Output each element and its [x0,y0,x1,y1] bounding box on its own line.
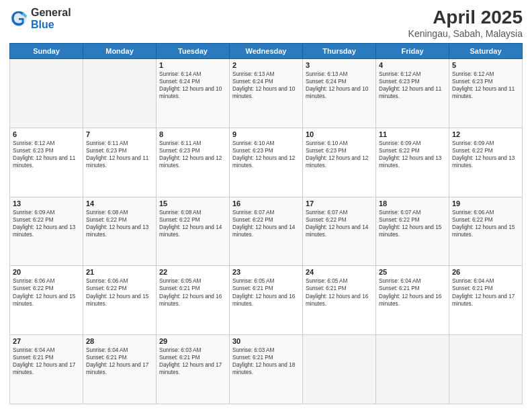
day-info: Sunrise: 6:04 AMSunset: 6:21 PMDaylight:… [13,347,80,376]
day-info: Sunrise: 6:11 AMSunset: 6:23 PMDaylight:… [86,140,153,169]
calendar: SundayMondayTuesdayWednesdayThursdayFrid… [9,43,523,404]
day-info: Sunrise: 6:12 AMSunset: 6:23 PMDaylight:… [13,140,80,169]
calendar-cell: 22Sunrise: 6:05 AMSunset: 6:21 PMDayligh… [157,266,230,335]
calendar-cell: 10Sunrise: 6:10 AMSunset: 6:23 PMDayligh… [303,128,376,197]
day-number: 27 [13,337,80,345]
day-number: 15 [159,199,226,208]
calendar-cell: 14Sunrise: 6:08 AMSunset: 6:22 PMDayligh… [83,197,157,266]
calendar-cell: 24Sunrise: 6:05 AMSunset: 6:21 PMDayligh… [303,266,376,335]
calendar-cell [83,59,157,128]
day-info: Sunrise: 6:08 AMSunset: 6:22 PMDaylight:… [86,209,153,238]
day-of-week-tuesday: Tuesday [157,44,230,59]
calendar-cell: 9Sunrise: 6:10 AMSunset: 6:23 PMDaylight… [230,128,303,197]
day-number: 12 [452,130,519,138]
calendar-cell: 20Sunrise: 6:06 AMSunset: 6:22 PMDayligh… [10,266,83,335]
day-number: 22 [159,268,226,276]
day-number: 19 [452,199,519,208]
page: General Blue April 2025 Keningau, Sabah,… [0,0,532,411]
day-info: Sunrise: 6:06 AMSunset: 6:22 PMDaylight:… [13,277,80,307]
calendar-cell: 18Sunrise: 6:07 AMSunset: 6:22 PMDayligh… [376,197,449,266]
week-row-4: 20Sunrise: 6:06 AMSunset: 6:22 PMDayligh… [10,266,523,335]
day-info: Sunrise: 6:12 AMSunset: 6:23 PMDaylight:… [379,71,446,100]
calendar-cell: 16Sunrise: 6:07 AMSunset: 6:22 PMDayligh… [230,197,303,266]
day-info: Sunrise: 6:07 AMSunset: 6:22 PMDaylight:… [306,209,373,238]
day-number: 16 [232,199,300,208]
day-info: Sunrise: 6:13 AMSunset: 6:24 PMDaylight:… [306,71,373,100]
day-number: 4 [379,61,446,69]
day-number: 24 [306,268,373,276]
day-number: 20 [13,268,80,276]
day-info: Sunrise: 6:08 AMSunset: 6:22 PMDaylight:… [159,209,226,238]
day-info: Sunrise: 6:10 AMSunset: 6:23 PMDaylight:… [232,140,300,169]
calendar-cell: 2Sunrise: 6:13 AMSunset: 6:24 PMDaylight… [230,59,303,128]
main-title: April 2025 [408,7,523,28]
day-number: 25 [379,268,446,276]
week-row-3: 13Sunrise: 6:09 AMSunset: 6:22 PMDayligh… [10,197,523,266]
logo-text: General Blue [31,7,71,30]
day-info: Sunrise: 6:07 AMSunset: 6:22 PMDaylight:… [232,209,300,238]
calendar-cell [376,335,449,404]
day-info: Sunrise: 6:14 AMSunset: 6:24 PMDaylight:… [159,71,226,100]
calendar-cell: 29Sunrise: 6:03 AMSunset: 6:21 PMDayligh… [157,335,230,404]
logo-blue-text: Blue [31,19,71,31]
day-info: Sunrise: 6:09 AMSunset: 6:22 PMDaylight:… [13,209,80,238]
logo-general-text: General [31,7,71,19]
day-info: Sunrise: 6:07 AMSunset: 6:22 PMDaylight:… [379,209,446,238]
calendar-cell: 4Sunrise: 6:12 AMSunset: 6:23 PMDaylight… [376,59,449,128]
day-number: 13 [13,199,80,208]
calendar-cell: 17Sunrise: 6:07 AMSunset: 6:22 PMDayligh… [303,197,376,266]
day-info: Sunrise: 6:04 AMSunset: 6:21 PMDaylight:… [379,277,446,307]
calendar-cell: 26Sunrise: 6:04 AMSunset: 6:21 PMDayligh… [449,266,523,335]
day-number: 29 [159,337,226,345]
day-number: 28 [86,337,153,345]
title-block: April 2025 Keningau, Sabah, Malaysia [408,7,523,39]
logo-icon [9,9,28,28]
day-info: Sunrise: 6:09 AMSunset: 6:22 PMDaylight:… [379,140,446,169]
day-of-week-saturday: Saturday [449,44,523,59]
calendar-cell: 12Sunrise: 6:09 AMSunset: 6:22 PMDayligh… [449,128,523,197]
calendar-cell: 28Sunrise: 6:04 AMSunset: 6:21 PMDayligh… [83,335,157,404]
day-number: 21 [86,268,153,276]
calendar-cell: 19Sunrise: 6:06 AMSunset: 6:22 PMDayligh… [449,197,523,266]
day-info: Sunrise: 6:04 AMSunset: 6:21 PMDaylight:… [452,277,519,307]
day-number: 3 [306,61,373,69]
calendar-cell: 30Sunrise: 6:03 AMSunset: 6:21 PMDayligh… [230,335,303,404]
week-row-1: 1Sunrise: 6:14 AMSunset: 6:24 PMDaylight… [10,59,523,128]
week-row-5: 27Sunrise: 6:04 AMSunset: 6:21 PMDayligh… [10,335,523,404]
calendar-cell: 13Sunrise: 6:09 AMSunset: 6:22 PMDayligh… [10,197,83,266]
calendar-cell: 3Sunrise: 6:13 AMSunset: 6:24 PMDaylight… [303,59,376,128]
day-info: Sunrise: 6:13 AMSunset: 6:24 PMDaylight:… [232,71,300,100]
day-info: Sunrise: 6:11 AMSunset: 6:23 PMDaylight:… [159,140,226,169]
calendar-cell: 27Sunrise: 6:04 AMSunset: 6:21 PMDayligh… [10,335,83,404]
calendar-cell: 8Sunrise: 6:11 AMSunset: 6:23 PMDaylight… [157,128,230,197]
day-info: Sunrise: 6:12 AMSunset: 6:23 PMDaylight:… [452,71,519,100]
calendar-header: SundayMondayTuesdayWednesdayThursdayFrid… [10,44,523,59]
day-of-week-sunday: Sunday [10,44,83,59]
day-number: 17 [306,199,373,208]
calendar-cell: 6Sunrise: 6:12 AMSunset: 6:23 PMDaylight… [10,128,83,197]
day-info: Sunrise: 6:05 AMSunset: 6:21 PMDaylight:… [306,277,373,307]
calendar-cell [303,335,376,404]
day-info: Sunrise: 6:09 AMSunset: 6:22 PMDaylight:… [452,140,519,169]
day-of-week-friday: Friday [376,44,449,59]
day-number: 2 [232,61,300,69]
day-info: Sunrise: 6:10 AMSunset: 6:23 PMDaylight:… [306,140,373,169]
day-number: 30 [232,337,300,345]
header: General Blue April 2025 Keningau, Sabah,… [9,7,523,39]
subtitle: Keningau, Sabah, Malaysia [408,28,523,39]
day-number: 7 [86,130,153,138]
day-number: 14 [86,199,153,208]
day-info: Sunrise: 6:05 AMSunset: 6:21 PMDaylight:… [232,277,300,307]
calendar-cell: 21Sunrise: 6:06 AMSunset: 6:22 PMDayligh… [83,266,157,335]
calendar-cell: 25Sunrise: 6:04 AMSunset: 6:21 PMDayligh… [376,266,449,335]
calendar-body: 1Sunrise: 6:14 AMSunset: 6:24 PMDaylight… [10,59,523,404]
day-info: Sunrise: 6:06 AMSunset: 6:22 PMDaylight:… [86,277,153,307]
day-number: 9 [232,130,300,138]
calendar-cell: 5Sunrise: 6:12 AMSunset: 6:23 PMDaylight… [449,59,523,128]
day-number: 26 [452,268,519,276]
calendar-cell: 11Sunrise: 6:09 AMSunset: 6:22 PMDayligh… [376,128,449,197]
day-of-week-monday: Monday [83,44,157,59]
day-number: 18 [379,199,446,208]
day-number: 23 [232,268,300,276]
day-info: Sunrise: 6:05 AMSunset: 6:21 PMDaylight:… [159,277,226,307]
